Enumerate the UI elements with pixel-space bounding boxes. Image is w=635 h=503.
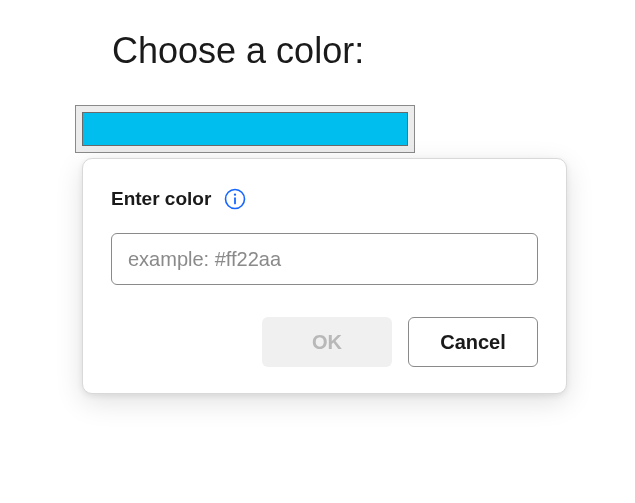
popover-title: Enter color — [111, 188, 211, 210]
info-icon[interactable] — [223, 187, 247, 211]
popover-header: Enter color — [111, 187, 538, 211]
color-entry-popover: Enter color OK Cancel — [82, 158, 567, 394]
ok-button[interactable]: OK — [262, 317, 392, 367]
color-input[interactable] — [111, 233, 538, 285]
page-heading: Choose a color: — [112, 30, 364, 72]
popover-button-row: OK Cancel — [111, 317, 538, 367]
svg-point-1 — [234, 194, 236, 196]
color-swatch[interactable] — [75, 105, 415, 153]
cancel-button[interactable]: Cancel — [408, 317, 538, 367]
color-swatch-fill — [82, 112, 408, 146]
svg-rect-2 — [234, 197, 236, 204]
